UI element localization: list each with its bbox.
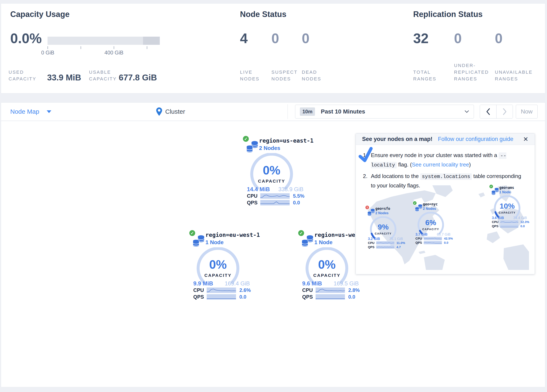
qps-row: QPS 0.0 [492,224,525,228]
cpu-label: CPU [416,237,424,240]
total-capacity-value: 169.4 GiB [225,280,250,287]
time-step-back-button[interactable] [480,105,496,118]
used-capacity-label: USED CAPACITY [9,69,40,82]
capacity-values-row: 14.4 MiB 338.9 GiB [247,186,303,193]
qps-sparkline [260,200,290,206]
region-node[interactable]: ✓ geo=nyc 2 Nodes 6% CAPACITY 3.7 GiB 65… [413,201,457,246]
qps-sparkline [500,225,518,228]
used-capacity-value: 9.9 MiB [193,280,213,287]
view-mode-label: Node Map [10,108,39,115]
capacity-caption: CAPACITY [368,232,399,235]
time-range-dropdown[interactable]: 10m Past 10 Minutes [295,105,474,118]
used-capacity-value: 9.6 MiB [302,280,322,287]
capacity-bar-other-segment [143,37,160,45]
total-capacity-value: 169.5 GiB [334,280,359,287]
capacity-percent: 6% [415,218,446,227]
total-capacity-value: 35.1 GiB [389,237,403,241]
capacity-percent: 9% [368,222,399,231]
view-toolbar: Node Map Cluster 10m Past 10 Minutes Now [1,102,545,121]
capacity-usage-bar: 0 GiB 400 GiB [48,37,160,53]
node-count-link[interactable]: 2 Nodes [376,211,389,215]
qps-label: QPS [492,224,500,228]
qps-label: QPS [247,200,260,206]
region-node[interactable]: ✓ geo=ams 1 Node 10% CAPACITY 3.6 GiB 34… [489,184,533,229]
qps-value: 4.7 [397,245,401,249]
node-locality-label: geo=nyc [423,202,438,206]
cpu-row: CPU 42.5% [416,237,453,240]
breadcrumb[interactable]: Cluster [156,103,185,121]
capacity-caption: CAPACITY [246,179,297,184]
time-range-label: Past 10 Minutes [321,108,365,115]
database-stack-icon [246,141,258,154]
capacity-caption: CAPACITY [492,211,523,214]
view-mode-dropdown[interactable]: Node Map [10,103,51,121]
toolbar-divider [287,104,288,119]
node-locality-label: geo=ams [499,186,514,190]
qps-row: QPS 0.0 [416,241,448,244]
capacity-caption: CAPACITY [193,273,243,278]
capacity-usage-percent: 0.0% [10,30,42,46]
unavailable-label: UNAVAILABLE RANGES [495,69,539,82]
popup-map-nodes: 1 geo=sfo 2 Nodes 9% CAPACITY 3.2 GiB 35… [356,134,535,274]
capacity-caption: CAPACITY [415,228,446,231]
capacity-values-row: 3.6 GiB 34.4 GiB [492,216,527,220]
cpu-label: CPU [247,193,260,199]
node-count-link[interactable]: 1 Node [499,190,511,194]
used-capacity-value: 33.9 MiB [47,73,81,82]
used-capacity-value: 14.4 MiB [247,186,270,193]
qps-label: QPS [193,294,207,300]
time-step-forward-button[interactable] [496,105,513,118]
cpu-value: 12.3% [520,220,529,224]
qps-row: QPS 4.7 [368,245,401,249]
cpu-row: CPU 2.6% [193,287,251,293]
region-node[interactable]: 1 geo=sfo 2 Nodes 9% CAPACITY 3.2 GiB 35… [365,205,409,250]
breadcrumb-label: Cluster [165,108,185,115]
total-capacity-value: 338.9 GiB [278,186,303,193]
node-count-link[interactable]: 2 Nodes [423,207,436,211]
region-node[interactable]: ✓ region=us-east-1 2 Nodes 0% CAPACITY 1… [242,135,314,207]
total-capacity-value: 65.7 GiB [437,233,451,236]
qps-value: 0.0 [293,200,300,206]
cpu-sparkline [260,193,290,199]
cpu-value: 42.5% [444,237,453,240]
cpu-label: CPU [193,287,207,293]
axis-tick [48,46,48,49]
capacity-values-row: 3.2 GiB 35.1 GiB [368,237,403,241]
capacity-bar-track [48,37,160,45]
qps-sparkline [424,241,442,244]
cpu-label: CPU [302,287,316,293]
qps-row: QPS 0.0 [247,200,300,206]
live-nodes-label: LIVE NODES [240,69,263,82]
node-count-link[interactable]: 2 Nodes [259,145,280,151]
node-count-link[interactable]: 1 Node [205,239,224,246]
cpu-value: 5.5% [293,193,305,199]
cpu-sparkline [424,237,442,240]
cpu-sparkline [376,241,394,245]
axis-tick [147,46,147,49]
cpu-value: 2.6% [239,287,251,293]
cpu-sparkline [500,220,518,224]
node-locality-label: region=eu-west-1 [205,232,260,238]
dead-nodes-count: 0 [302,30,309,46]
cluster-summary-bar: Capacity Usage 0.0% 0 GiB 400 GiB USED C… [1,3,545,93]
capacity-caption: CAPACITY [302,273,352,278]
capacity-percent: 0% [302,257,352,271]
region-node[interactable]: ✓ region=eu-west-1 1 Node 0% CAPACITY 9.… [189,229,260,302]
cpu-value: 11.0% [397,241,405,245]
qps-label: QPS [416,241,424,244]
unavailable-count: 0 [495,30,503,46]
node-count-link[interactable]: 1 Node [314,239,333,246]
cpu-sparkline [316,288,345,293]
total-capacity-value: 34.4 GiB [513,216,527,220]
axis-tick-label: 400 GiB [104,50,123,56]
qps-value: 0.0 [444,241,448,244]
axis-tick-label: 0 GiB [41,50,55,56]
axis-tick [81,46,81,49]
chevron-down-icon [465,110,469,113]
cpu-row: CPU 5.5% [247,193,305,199]
node-locality-label: region=us-east-1 [259,137,314,144]
cpu-row: CPU 2.8% [302,287,360,293]
usable-capacity-value: 677.8 GiB [119,73,157,82]
chevron-left-icon [486,108,490,115]
now-button[interactable]: Now [516,105,538,118]
